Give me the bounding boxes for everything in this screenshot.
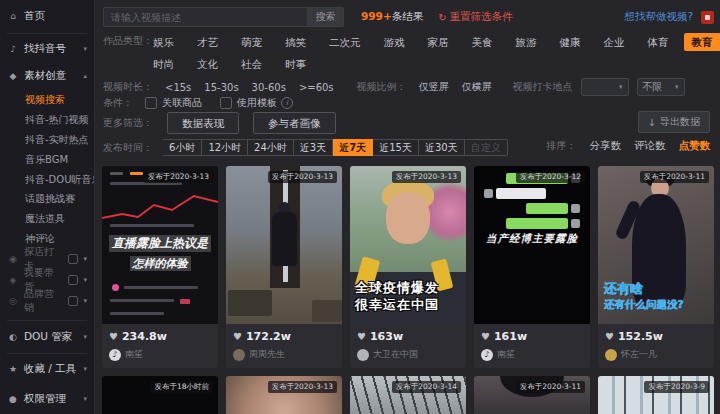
time-segment[interactable]: 近30天 xyxy=(419,139,465,156)
divider xyxy=(7,33,87,34)
ratio-option[interactable]: 仅横屏 xyxy=(462,80,492,94)
type-chip-selected[interactable]: 教育 xyxy=(684,33,720,51)
info-icon[interactable]: i xyxy=(281,97,293,109)
type-chip[interactable]: 时尚 xyxy=(145,55,182,73)
type-chip[interactable]: 旅游 xyxy=(508,33,545,51)
sidebar-item-brand-marketing[interactable]: ◎ 品牌营销 ▾ xyxy=(0,291,94,312)
video-card[interactable]: 发布于18小时前 xyxy=(102,376,218,414)
condition-template-label: 使用模板 xyxy=(237,96,277,110)
author-name: 怀左一凡 xyxy=(621,348,657,361)
type-filter-row1: 娱乐 才艺 萌宠 搞笑 二次元 游戏 家居 美食 旅游 健康 企业 体育 教育 … xyxy=(145,33,720,51)
type-chip[interactable]: 企业 xyxy=(596,33,633,51)
data-performance-button[interactable]: 数据表现 xyxy=(167,112,239,134)
condition-filter-row: 条件： 关联商品 使用模板 i xyxy=(103,96,311,110)
time-segment[interactable]: 12小时 xyxy=(202,139,248,156)
search-input[interactable] xyxy=(103,7,308,27)
sidebar-item-magic-props[interactable]: 魔法道具 xyxy=(0,209,94,229)
type-chip[interactable]: 娱乐 xyxy=(145,33,182,51)
video-card[interactable]: 发布于2020-3-13 xyxy=(226,376,342,414)
video-card[interactable]: 发布于2020-3-13 全球疫情爆发 很幸运在中国 ♥ 163w xyxy=(350,166,466,368)
author-row[interactable]: ♪ 南笙 xyxy=(481,348,583,361)
type-chip[interactable]: 文化 xyxy=(189,55,226,73)
sidebar-item-collection-tools[interactable]: ★ 收藏 / 工具 ▾ xyxy=(0,355,94,385)
like-count: ♥ 161w xyxy=(481,330,583,343)
type-chip[interactable]: 游戏 xyxy=(376,33,413,51)
participant-profile-button[interactable]: 参与者画像 xyxy=(253,112,336,134)
checkbox-icon[interactable] xyxy=(220,97,232,109)
time-segment[interactable]: 近3天 xyxy=(294,139,333,156)
chevron-down-icon: ▾ xyxy=(675,83,679,91)
like-count-value: 163w xyxy=(370,330,403,343)
type-chip[interactable]: 搞笑 xyxy=(277,33,314,51)
time-segment[interactable]: 24小时 xyxy=(248,139,294,156)
video-card[interactable]: 发布于2020-3-13 直播露脸上热议是 怎样的体验 xyxy=(102,166,218,368)
publish-date-badge: 发布于2020-3-13 xyxy=(392,171,461,183)
duration-option[interactable]: <15s xyxy=(165,82,191,93)
duration-option[interactable]: 30-60s xyxy=(252,82,286,93)
search-button[interactable]: 搜索 xyxy=(308,7,344,27)
sidebar-item-realtime-hot[interactable]: 抖音-实时热点 xyxy=(0,130,94,150)
author-row[interactable]: ♪ 南笙 xyxy=(109,348,211,361)
author-row[interactable]: 周周先生 xyxy=(233,348,335,361)
sidebar-item-challenge[interactable]: 话题挑战赛 xyxy=(0,189,94,209)
time-segment[interactable]: 6小时 xyxy=(163,139,202,156)
video-card[interactable]: 发布于2020-3-9 xyxy=(598,376,714,414)
type-chip[interactable]: 时事 xyxy=(277,55,314,73)
condition-checkbox-goods[interactable]: 关联商品 xyxy=(145,96,202,110)
sidebar-item-dou-manager[interactable]: ◐ DOU 管家 ▾ xyxy=(0,322,94,352)
type-chip[interactable]: 家居 xyxy=(420,33,457,51)
video-card[interactable]: 发布于2020-3-12 当产经博主要露脸 ♥ 161w ♪ xyxy=(474,166,590,368)
star-icon: ★ xyxy=(7,364,19,374)
ratio-option[interactable]: 仅竖屏 xyxy=(419,80,449,94)
video-thumbnail[interactable]: 发布于2020-3-13 直播露脸上热议是 怎样的体验 xyxy=(102,166,218,324)
type-chip[interactable]: 社会 xyxy=(233,55,270,73)
sidebar-item-material[interactable]: ◆ 素材创意 ▴ xyxy=(0,62,94,90)
reset-filters-button[interactable]: ↻ 重置筛选条件 xyxy=(438,10,512,24)
time-segment[interactable]: 近15天 xyxy=(373,139,419,156)
video-card[interactable]: 发布于2020-3-13 ♥ 172.2w 周周先生 xyxy=(226,166,342,368)
heart-icon: ♥ xyxy=(605,331,614,342)
publish-time-label: 发布时间： xyxy=(103,141,153,155)
type-chip[interactable]: 健康 xyxy=(552,33,589,51)
author-row[interactable]: 大卫在中国 xyxy=(357,348,459,361)
sort-option-likes[interactable]: 点赞数 xyxy=(679,139,711,153)
time-segment-custom[interactable]: 自定义 xyxy=(465,139,508,156)
sidebar-item-find-account[interactable]: ♪ 找抖音号 ▾ xyxy=(0,35,94,63)
sidebar-item-music-bgm[interactable]: 音乐BGM xyxy=(0,150,94,170)
sidebar-item-video-search[interactable]: 视频搜索 xyxy=(0,90,94,110)
type-chip[interactable]: 美食 xyxy=(464,33,501,51)
bag-icon: ◈ xyxy=(7,275,19,285)
notification-icon[interactable] xyxy=(701,11,714,24)
duration-option[interactable]: 15-30s xyxy=(204,82,238,93)
duration-option[interactable]: >=60s xyxy=(299,82,334,93)
help-link[interactable]: 想找帮做视频? xyxy=(624,10,693,24)
location-province-select[interactable]: ▾ xyxy=(581,78,629,96)
sidebar-item-dou-music-chart[interactable]: 抖音-DOU听音乐榜 xyxy=(0,170,94,190)
condition-goods-label: 关联商品 xyxy=(162,96,202,110)
video-thumbnail[interactable]: 发布于2020-3-12 当产经博主要露脸 xyxy=(474,166,590,324)
author-row[interactable]: 怀左一凡 xyxy=(605,348,707,361)
video-card[interactable]: 发布于2020-3-11 xyxy=(474,376,590,414)
condition-checkbox-template[interactable]: 使用模板 i xyxy=(220,96,293,110)
sidebar-item-home[interactable]: ⌂ 首页 xyxy=(0,0,94,32)
video-thumbnail[interactable]: 发布于2020-3-11 还有啥 还有什么问题没? xyxy=(598,166,714,324)
publish-date-badge: 发布于2020-3-13 xyxy=(268,171,337,183)
type-chip[interactable]: 二次元 xyxy=(321,33,369,51)
video-card[interactable]: 发布于2020-3-14 xyxy=(350,376,466,414)
type-chip[interactable]: 才艺 xyxy=(189,33,226,51)
sort-option-shares[interactable]: 分享数 xyxy=(590,139,622,153)
export-data-button[interactable]: ↓ 导出数据 xyxy=(638,111,710,133)
video-thumbnail[interactable]: 发布于2020-3-13 xyxy=(226,166,342,324)
like-count: ♥ 152.5w xyxy=(605,330,707,343)
location-city-select[interactable]: 不限 ▾ xyxy=(637,78,685,96)
type-chip[interactable]: 体育 xyxy=(640,33,677,51)
music-note-icon: ♪ xyxy=(7,44,19,54)
video-thumbnail[interactable]: 发布于2020-3-13 全球疫情爆发 很幸运在中国 xyxy=(350,166,466,324)
sort-option-comments[interactable]: 评论数 xyxy=(634,139,666,153)
type-chip[interactable]: 萌宠 xyxy=(233,33,270,51)
checkbox-icon[interactable] xyxy=(145,97,157,109)
sidebar-item-permission[interactable]: ● 权限管理 ▾ xyxy=(0,384,94,414)
video-card[interactable]: 发布于2020-3-11 还有啥 还有什么问题没? ♥ 152.5w 怀左一凡 xyxy=(598,166,714,368)
sidebar-item-hot-videos[interactable]: 抖音-热门视频 xyxy=(0,110,94,130)
time-segment-selected[interactable]: 近7天 xyxy=(333,139,373,156)
